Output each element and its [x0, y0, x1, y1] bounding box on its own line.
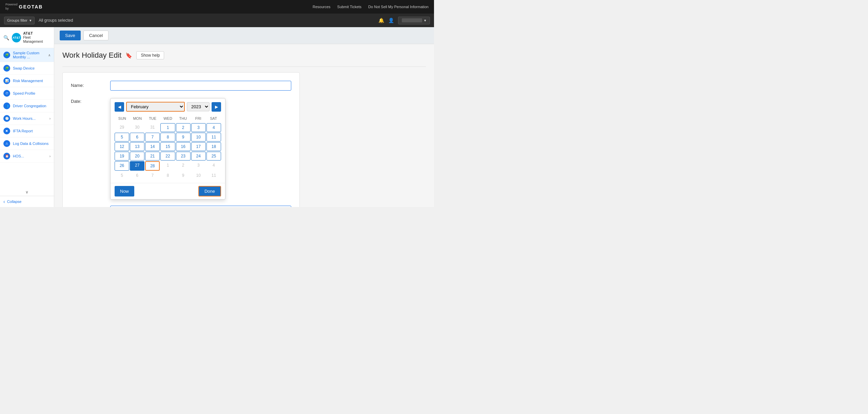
sidebar-label-speed-profile: Speed Profile — [13, 91, 51, 95]
submit-tickets-link[interactable]: Submit Tickets — [337, 5, 362, 9]
calendar-day-3-1[interactable]: 20 — [130, 152, 144, 161]
calendar-day-3-2[interactable]: 21 — [145, 152, 160, 161]
calendar-day-2-0[interactable]: 12 — [115, 142, 129, 151]
calendar-day-3-4[interactable]: 23 — [176, 152, 191, 161]
calendar-next-button[interactable]: ▶ — [212, 102, 221, 112]
sidebar-expand-work-hours: › — [50, 117, 51, 120]
sidebar-scroll-down[interactable]: ∨ — [0, 188, 54, 196]
bookmark-icon[interactable]: 🔖 — [125, 52, 132, 59]
sidebar-item-driver-congregation[interactable]: 👥 Driver Congregation — [0, 100, 54, 112]
name-input[interactable] — [110, 81, 291, 91]
calendar-day-1-4[interactable]: 9 — [176, 133, 191, 142]
groups-filter-dropdown-icon: ▾ — [29, 18, 32, 23]
calendar-day-3-5[interactable]: 24 — [191, 152, 206, 161]
do-not-sell-link[interactable]: Do Not Sell My Personal Information — [368, 5, 429, 9]
calendar-day-2-3[interactable]: 15 — [160, 142, 175, 151]
main-layout: 🔍 AT&T AT&T Fleet Management 🧩 Sample Cu… — [0, 27, 434, 207]
top-nav-left: Poweredby GEOTAB — [5, 3, 43, 11]
sidebar-header: 🔍 AT&T AT&T Fleet Management — [0, 27, 54, 48]
calendar-day-0-2: 31 — [145, 123, 160, 132]
show-help-button[interactable]: Show help — [136, 51, 164, 59]
collapse-label: Collapse — [7, 200, 22, 204]
calendar-week-5: 567891011 — [115, 171, 221, 180]
calendar-day-4-2[interactable]: 28 — [145, 161, 160, 171]
sidebar: 🔍 AT&T AT&T Fleet Management 🧩 Sample Cu… — [0, 27, 54, 207]
calendar-week-1: 567891011 — [115, 133, 221, 142]
calendar-year-select[interactable]: 2021 2022 2023 2024 2025 — [187, 102, 210, 111]
calendar-day-1-2[interactable]: 7 — [145, 133, 160, 142]
calendar-day-1-0[interactable]: 5 — [115, 133, 129, 142]
calendar-day-0-3[interactable]: 1 — [160, 123, 175, 132]
calendar-day-2-6[interactable]: 18 — [206, 142, 221, 151]
page-header: Work Holiday Edit 🔖 Show help — [62, 51, 426, 60]
calendar-day-5-2: 7 — [145, 171, 160, 180]
calendar-day-1-6[interactable]: 11 — [206, 133, 221, 142]
day-header-mon: MON — [130, 115, 145, 122]
sidebar-item-hos[interactable]: ⏰ HOS... › — [0, 150, 54, 163]
att-logo: AT&T — [12, 33, 21, 42]
sidebar-item-ifta-report[interactable]: ✖ IFTA Report — [0, 125, 54, 137]
calendar-day-1-3[interactable]: 8 — [160, 133, 175, 142]
user-avatar-icon[interactable]: 👤 — [388, 18, 394, 23]
att-brand-line2: Fleet Management — [23, 36, 43, 43]
calendar-day-0-6[interactable]: 4 — [206, 123, 221, 132]
calendar-day-2-2[interactable]: 14 — [145, 142, 160, 151]
sidebar-icon-log-data-collisions: ⚠ — [3, 140, 10, 147]
save-button[interactable]: Save — [60, 31, 81, 40]
sidebar-icon-work-hours: 🕐 — [3, 115, 10, 122]
cancel-button[interactable]: Cancel — [83, 31, 108, 40]
calendar-day-3-0[interactable]: 19 — [115, 152, 129, 161]
calendar-day-4-5: 3 — [191, 161, 206, 171]
calendar-day-2-1[interactable]: 13 — [130, 142, 144, 151]
sidebar-icon-ifta-report: ✖ — [3, 128, 10, 134]
calendar-weeks: 2930311234567891011121314151617181920212… — [115, 123, 221, 180]
sidebar-item-speed-profile[interactable]: ⏱ Speed Profile — [0, 87, 54, 100]
top-navbar: Poweredby GEOTAB Resources Submit Ticket… — [0, 0, 434, 14]
calendar-day-4-0[interactable]: 26 — [115, 161, 129, 171]
date-label: Date: — [71, 97, 105, 104]
sidebar-item-swap-device[interactable]: 🧩 Swap Device — [0, 62, 54, 75]
groups-filter-button[interactable]: Groups filter ▾ — [4, 17, 35, 24]
calendar-day-2-5[interactable]: 17 — [191, 142, 206, 151]
calendar-day-3-3[interactable]: 22 — [160, 152, 175, 161]
sidebar-label-risk-management: Risk Management — [13, 79, 51, 83]
calendar-day-1-1[interactable]: 6 — [130, 133, 144, 142]
sidebar-icon-hos: ⏰ — [3, 153, 10, 159]
now-button[interactable]: Now — [115, 186, 134, 196]
sidebar-item-work-hours[interactable]: 🕐 Work Hours... › — [0, 112, 54, 125]
sidebar-collapse[interactable]: ‹ Collapse — [0, 196, 54, 207]
calendar-day-3-6[interactable]: 25 — [206, 152, 221, 161]
calendar-week-4: 2627281234 — [115, 161, 221, 171]
content-divider — [62, 67, 426, 67]
user-name — [402, 18, 422, 22]
sidebar-item-log-data-collisions[interactable]: ⚠ Log Data & Collisions — [0, 137, 54, 150]
calendar-day-1-5[interactable]: 10 — [191, 133, 206, 142]
calendar-week-2: 12131415161718 — [115, 142, 221, 151]
notification-bell-icon[interactable]: 🔔 — [378, 18, 384, 23]
form-row-holiday-group-id: Holiday group ID: — [71, 206, 291, 207]
top-nav-right: Resources Submit Tickets Do Not Sell My … — [313, 5, 429, 9]
calendar-day-4-1[interactable]: 27 — [130, 161, 144, 171]
sidebar-expand-sample-custom-monthly: ∧ — [48, 53, 51, 57]
holiday-group-id-input[interactable] — [110, 206, 291, 207]
calendar-week-0: 2930311234 — [115, 123, 221, 132]
done-button[interactable]: Done — [198, 186, 221, 196]
day-header-sun: SUN — [115, 115, 130, 122]
sidebar-nav: 🧩 Sample Custom Monthly ... ∧ 🧩 Swap Dev… — [0, 48, 54, 188]
resources-link[interactable]: Resources — [313, 5, 331, 9]
calendar-day-5-3: 8 — [160, 171, 175, 180]
att-logo-container: AT&T AT&T Fleet Management — [12, 31, 51, 44]
calendar-week-3: 19202122232425 — [115, 152, 221, 161]
scroll-down-icon: ∨ — [25, 190, 28, 194]
calendar-month-select[interactable]: January February March April May June Ju… — [126, 102, 185, 112]
sidebar-item-sample-custom-monthly[interactable]: 🧩 Sample Custom Monthly ... ∧ — [0, 48, 54, 62]
calendar-day-0-5[interactable]: 3 — [191, 123, 206, 132]
search-icon[interactable]: 🔍 — [3, 35, 9, 40]
calendar-day-2-4[interactable]: 16 — [176, 142, 191, 151]
calendar-prev-button[interactable]: ◀ — [115, 102, 124, 112]
calendar-header: ◀ January February March April May June — [111, 98, 225, 115]
calendar-day-0-4[interactable]: 2 — [176, 123, 191, 132]
user-menu-button[interactable]: ▾ — [398, 17, 430, 24]
calendar-day-5-5: 10 — [191, 171, 206, 180]
sidebar-item-risk-management[interactable]: 📊 Risk Management — [0, 75, 54, 87]
